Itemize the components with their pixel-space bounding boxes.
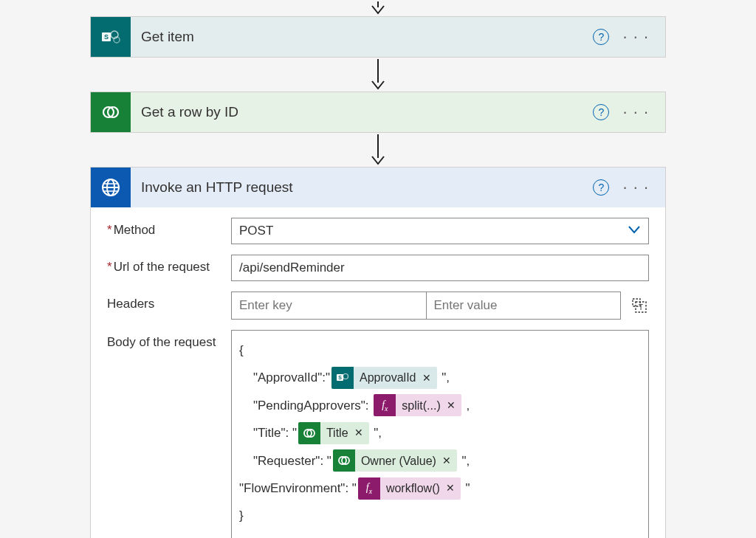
body-text: ",	[458, 447, 470, 475]
body-text: "	[462, 475, 470, 502]
body-text: "PendingApprovers":	[239, 392, 372, 419]
body-editor[interactable]: { "ApprovalId":"SApprovalId✕ ", "Pending…	[231, 330, 649, 538]
method-label: *Method	[107, 218, 231, 238]
help-icon[interactable]: ?	[593, 104, 609, 120]
body-text: "Requester": "	[239, 447, 331, 475]
remove-token-icon[interactable]: ✕	[354, 422, 363, 444]
action-get-row-by-id[interactable]: Get a row by ID ? · · ·	[90, 92, 666, 133]
header-value-input[interactable]	[427, 292, 621, 319]
remove-token-icon[interactable]: ✕	[447, 394, 456, 416]
dynamic-token[interactable]: fxworkflow()✕	[358, 477, 461, 500]
body-text: {	[239, 337, 244, 364]
globe-icon	[91, 168, 131, 207]
header-key-input[interactable]	[232, 292, 427, 319]
action-title: Get a row by ID	[141, 104, 583, 120]
action-title: Invoke an HTTP request	[141, 179, 583, 196]
token-dv-icon	[333, 449, 355, 472]
body-text: }	[239, 502, 244, 529]
help-icon[interactable]: ?	[593, 179, 609, 196]
switch-to-text-mode-icon[interactable]: T	[630, 296, 649, 315]
arrow-connector-top	[0, 1, 756, 15]
token-dv-icon	[298, 422, 320, 444]
action-get-item[interactable]: S Get item ? · · ·	[90, 16, 666, 58]
token-sp-icon: S	[331, 367, 354, 389]
remove-token-icon[interactable]: ✕	[446, 477, 455, 500]
body-line: "Title": "Title✕ ",	[239, 419, 641, 446]
token-fx-icon: fx	[374, 394, 396, 416]
body-text: "Title": "	[239, 419, 297, 446]
action-title: Get item	[141, 29, 583, 45]
body-text: "FlowEnvironment": "	[239, 475, 357, 502]
svg-point-19	[343, 374, 348, 379]
dynamic-token[interactable]: SApprovalId✕	[331, 367, 437, 389]
action-invoke-http-request[interactable]: Invoke an HTTP request ? · · · *Method P…	[90, 167, 666, 538]
dynamic-token[interactable]: Title✕	[298, 422, 369, 444]
chevron-down-icon	[628, 224, 641, 238]
body-line: "Requester": "Owner (Value)✕ ",	[239, 447, 641, 475]
dataverse-icon	[91, 92, 131, 132]
token-label: Title	[326, 422, 348, 444]
body-line: "PendingApprovers": fxsplit(...)✕ ,	[239, 392, 641, 419]
remove-token-icon[interactable]: ✕	[442, 449, 451, 472]
arrow-connector-1	[0, 59, 756, 90]
svg-text:S: S	[104, 33, 109, 41]
svg-text:T: T	[639, 303, 643, 311]
token-label: ApprovalId	[360, 367, 416, 389]
more-menu[interactable]: · · ·	[619, 178, 652, 197]
token-label: Owner (Value)	[361, 449, 436, 472]
arrow-connector-2	[0, 134, 756, 165]
body-text: ",	[439, 364, 450, 391]
body-text: "ApprovalId":"	[239, 364, 330, 391]
token-label: split(...)	[402, 394, 440, 416]
token-fx-icon: fx	[358, 477, 380, 500]
http-action-body: *Method POST *Url of the request	[91, 207, 665, 538]
body-line: "ApprovalId":"SApprovalId✕ ",	[239, 364, 641, 391]
headers-group	[231, 292, 621, 320]
dynamic-token[interactable]: fxsplit(...)✕	[374, 394, 461, 416]
help-icon[interactable]: ?	[593, 29, 609, 45]
url-input[interactable]	[231, 255, 649, 281]
token-label: workflow()	[386, 477, 440, 500]
body-text: ,	[463, 392, 470, 419]
method-value: POST	[239, 224, 273, 238]
remove-token-icon[interactable]: ✕	[422, 367, 431, 389]
sharepoint-icon: S	[91, 17, 131, 57]
dynamic-token[interactable]: Owner (Value)✕	[333, 449, 457, 472]
more-menu[interactable]: · · ·	[619, 103, 652, 122]
body-line: {	[239, 337, 641, 364]
body-label: Body of the request	[107, 330, 231, 350]
svg-text:S: S	[338, 375, 342, 380]
body-line: }	[239, 502, 641, 529]
more-menu[interactable]: · · ·	[619, 27, 652, 46]
body-text: ",	[371, 419, 382, 446]
body-line: "FlowEnvironment": "fxworkflow()✕ "	[239, 475, 641, 502]
method-select[interactable]: POST	[231, 218, 649, 244]
headers-label: Headers	[107, 292, 231, 311]
url-label: *Url of the request	[107, 255, 231, 275]
